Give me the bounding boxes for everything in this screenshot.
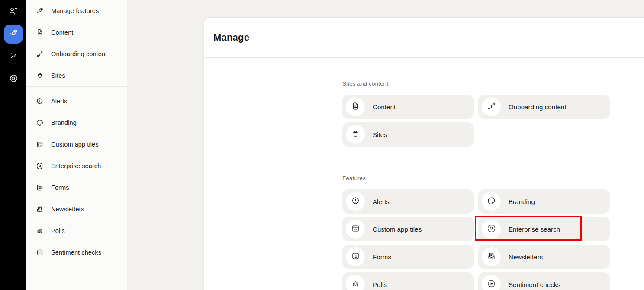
enterprise-search-icon [487, 224, 496, 235]
sidebar-item-alerts[interactable]: Alerts [26, 90, 127, 112]
tile-label: Enterprise search [509, 226, 560, 233]
sidebar-item-sites[interactable]: Sites [26, 65, 127, 86]
tile-label: Custom app tiles [373, 226, 422, 233]
sidebar-item-custom-app-tiles[interactable]: Custom app tiles [26, 134, 127, 155]
tile-forms[interactable]: Forms [342, 245, 474, 269]
route-icon [36, 50, 44, 58]
tile-alerts[interactable]: Alerts [342, 189, 474, 214]
tile-sentiment-checks[interactable]: Sentiment checks [478, 272, 610, 290]
sidebar-divider [26, 86, 127, 87]
app-window-icon [351, 224, 360, 235]
tile-icon-circle [482, 97, 501, 116]
page-title: Manage [213, 32, 249, 43]
sidebar-item-content[interactable]: Content [26, 22, 127, 43]
sidebar-group-features: Alerts Branding Custom app tiles Enterpr… [26, 90, 127, 263]
users-icon [8, 6, 18, 17]
manage-page: { "colors": { "rail_background": "#00000… [0, 0, 644, 290]
gauge-icon [487, 279, 496, 290]
manage-card: Manage Sites and content Content [203, 17, 644, 290]
gauge-icon [36, 249, 44, 256]
settings-rail-button[interactable] [4, 70, 23, 89]
forms-icon [36, 184, 44, 191]
enterprise-search-icon [36, 162, 44, 170]
sites-icon [36, 72, 44, 80]
tile-icon-circle [482, 220, 501, 239]
app-window-icon [36, 140, 44, 148]
sidebar-item-label: Manage features [51, 7, 99, 14]
section-label: Sites and content [342, 80, 644, 87]
sidebar-item-branding[interactable]: Branding [26, 112, 127, 134]
tile-icon-circle [482, 247, 501, 266]
rocket-icon [8, 29, 18, 40]
alert-badge-icon [36, 97, 44, 105]
document-icon [36, 29, 44, 36]
analytics-rail-button[interactable] [4, 47, 23, 66]
tile-icon-circle [346, 97, 365, 116]
tile-label: Sentiment checks [509, 281, 560, 288]
polls-icon [36, 227, 44, 235]
newsletter-icon [36, 205, 44, 213]
palette-icon [487, 196, 496, 207]
tile-icon-circle [346, 192, 365, 211]
sidebar-item-label: Polls [51, 227, 65, 234]
section-label: Features [342, 175, 644, 182]
sidebar-item-polls[interactable]: Polls [26, 220, 127, 242]
manage-sidebar: Manage features Content Onboarding conte… [26, 0, 127, 290]
tile-grid-features: Alerts Branding Custom app tiles [342, 189, 644, 290]
sidebar-item-label: Custom app tiles [51, 141, 99, 148]
tile-onboarding-content[interactable]: Onboarding content [478, 95, 610, 119]
sidebar-item-newsletters[interactable]: Newsletters [26, 198, 127, 220]
tile-icon-circle [346, 275, 365, 290]
forms-icon [351, 252, 360, 262]
polls-icon [351, 279, 360, 290]
gear-icon [8, 73, 18, 85]
tile-grid-sites-content: Content Onboarding content Sites [342, 95, 644, 147]
tile-custom-app-tiles[interactable]: Custom app tiles [342, 217, 474, 241]
app-rail [0, 0, 26, 290]
main-area: Manage Sites and content Content [127, 0, 644, 290]
tile-branding[interactable]: Branding [478, 189, 610, 214]
sidebar-item-forms[interactable]: Forms [26, 177, 127, 198]
sidebar-item-enterprise-search[interactable]: Enterprise search [26, 155, 127, 177]
sidebar-item-onboarding-content[interactable]: Onboarding content [26, 43, 127, 65]
users-rail-button[interactable] [4, 2, 23, 21]
sites-icon [351, 129, 360, 140]
sidebar-item-label: Content [51, 29, 74, 36]
tile-label: Forms [373, 253, 391, 261]
tile-label: Newsletters [509, 253, 543, 261]
palette-icon [36, 119, 44, 127]
sidebar-item-label: Enterprise search [51, 163, 101, 169]
tile-icon-circle [346, 220, 365, 239]
tile-icon-circle [346, 125, 365, 144]
alert-badge-icon [351, 196, 360, 207]
sidebar-item-label: Forms [51, 184, 69, 191]
newsletter-icon [487, 252, 496, 262]
sidebar-item-label: Onboarding content [51, 51, 107, 57]
sidebar-group-sites-content: Manage features Content Onboarding conte… [26, 0, 127, 86]
tile-newsletters[interactable]: Newsletters [478, 245, 610, 269]
analytics-icon [8, 51, 18, 62]
sidebar-item-sentiment-checks[interactable]: Sentiment checks [26, 242, 127, 263]
tile-polls[interactable]: Polls [342, 272, 474, 290]
tile-icon-circle [346, 247, 365, 266]
tile-label: Content [373, 103, 396, 111]
document-icon [351, 102, 360, 112]
section-features: Features Alerts Branding [342, 175, 644, 290]
tile-enterprise-search[interactable]: Enterprise search [478, 217, 610, 241]
section-sites-and-content: Sites and content Content Onboarding [342, 80, 644, 147]
manage-features-rail-button[interactable] [4, 25, 23, 44]
card-header: Manage [204, 18, 644, 58]
tile-label: Alerts [373, 198, 390, 205]
tile-label: Polls [373, 281, 387, 288]
sidebar-item-label: Alerts [51, 98, 68, 105]
tile-label: Branding [509, 198, 535, 205]
rocket-icon [36, 7, 44, 15]
sidebar-item-label: Branding [51, 119, 77, 126]
card-body: Sites and content Content Onboarding [204, 58, 644, 290]
tile-content[interactable]: Content [342, 95, 474, 119]
tile-sites[interactable]: Sites [342, 122, 474, 147]
sidebar-item-label: Sentiment checks [51, 249, 101, 256]
sidebar-item-label: Sites [51, 72, 65, 79]
sidebar-item-manage-features[interactable]: Manage features [26, 0, 127, 22]
tile-label: Sites [373, 131, 387, 138]
